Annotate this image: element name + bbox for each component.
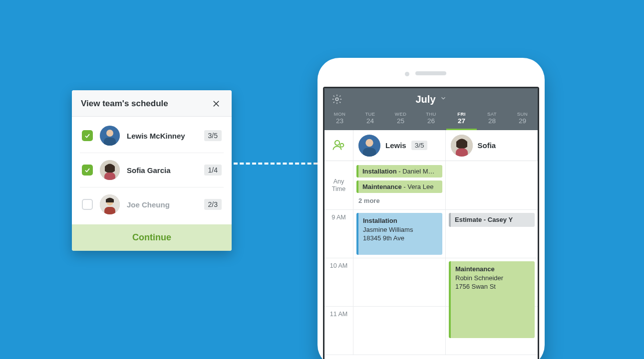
anytime-event[interactable]: Installation - Daniel M…	[356, 165, 442, 178]
avatar	[451, 135, 473, 157]
cell-sofia-11am	[446, 307, 538, 355]
month-label: July	[415, 94, 435, 105]
connector-line	[234, 163, 318, 165]
member-ratio-badge: 2/3	[204, 199, 222, 210]
member-name: Lewis McKinney	[127, 132, 197, 140]
anytime-cell-lewis: Installation - Daniel M… Maintenance - V…	[353, 161, 446, 209]
phone-frame: July MON23 TUE24 WED25 THU26 FRI27 SAT28…	[318, 58, 545, 359]
team-schedule-dialog: View team's schedule Lewis McKinney 3/5 …	[72, 90, 232, 251]
close-button[interactable]	[210, 97, 223, 110]
anytime-event[interactable]: Maintenance - Vera Lee	[356, 180, 442, 193]
more-link[interactable]: 2 more	[356, 196, 382, 205]
day-thu[interactable]: THU26	[416, 109, 446, 130]
avatar	[100, 194, 120, 214]
row-11am: 11 AM	[324, 307, 538, 355]
chevron-down-icon	[440, 95, 447, 104]
svg-point-10	[334, 140, 339, 145]
dialog-title: View team's schedule	[81, 99, 168, 109]
month-selector[interactable]: July	[343, 94, 519, 105]
member-ratio-badge: 1/4	[204, 165, 222, 176]
member-list: Lewis McKinney 3/5 Sofia Garcia 1/4 Joe …	[72, 117, 232, 224]
row-9am: 9 AM Installation Jasmine Williams 18345…	[324, 210, 538, 258]
day-sun[interactable]: SUN29	[507, 109, 538, 130]
settings-button[interactable]	[330, 93, 343, 106]
svg-point-9	[335, 98, 338, 101]
avatar	[100, 126, 120, 146]
svg-point-11	[340, 143, 343, 147]
day-row: MON23 TUE24 WED25 THU26 FRI27 SAT28 SUN2…	[324, 109, 538, 130]
member-ratio-badge: 3/5	[204, 130, 222, 141]
svg-rect-14	[363, 148, 376, 157]
anytime-label: AnyTime	[324, 161, 353, 209]
people-header-row: Lewis 3/5 Sofia	[324, 130, 538, 161]
svg-rect-2	[104, 138, 116, 146]
checkbox-checked[interactable]	[82, 130, 93, 141]
time-label-11am: 11 AM	[324, 307, 353, 355]
member-row[interactable]: Sofia Garcia 1/4	[80, 153, 224, 187]
event-estimate[interactable]: Estimate - Casey Y	[449, 213, 535, 227]
check-icon	[84, 132, 91, 139]
member-row[interactable]: Lewis McKinney 3/5	[80, 119, 224, 153]
checkbox-checked[interactable]	[82, 165, 93, 176]
avatar	[100, 160, 120, 180]
dialog-header: View team's schedule	[72, 90, 232, 117]
day-fri[interactable]: FRI27	[446, 109, 477, 130]
svg-point-1	[106, 130, 113, 137]
check-icon	[84, 167, 91, 174]
member-row[interactable]: Joe Cheung 2/3	[80, 187, 224, 221]
cell-sofia-9am: Estimate - Casey Y	[446, 210, 538, 258]
checkbox-unchecked[interactable]	[82, 199, 93, 210]
people-icon-cell[interactable]	[324, 130, 353, 161]
member-name: Joe Cheung	[127, 200, 197, 209]
day-wed[interactable]: WED25	[385, 109, 416, 130]
person-column-lewis[interactable]: Lewis 3/5	[353, 130, 446, 161]
person-ratio-badge: 3/5	[411, 141, 428, 150]
continue-button[interactable]: Continue	[72, 224, 232, 251]
avatar	[358, 135, 380, 157]
time-label-9am: 9 AM	[324, 210, 353, 258]
person-name: Lewis	[385, 141, 406, 150]
member-name: Sofia Garcia	[127, 166, 197, 175]
person-column-sofia[interactable]: Sofia	[446, 130, 538, 161]
day-sat[interactable]: SAT28	[477, 109, 507, 130]
svg-rect-5	[104, 173, 115, 180]
day-mon[interactable]: MON23	[324, 109, 355, 130]
time-label-10am: 10 AM	[324, 258, 353, 306]
cell-lewis-9am: Installation Jasmine Williams 18345 9th …	[353, 210, 446, 258]
cell-lewis-11am	[353, 307, 446, 355]
event-installation[interactable]: Installation Jasmine Williams 18345 9th …	[356, 213, 442, 255]
svg-rect-17	[455, 148, 467, 157]
calendar-header: July MON23 TUE24 WED25 THU26 FRI27 SAT28…	[324, 88, 538, 130]
close-icon	[212, 99, 221, 108]
row-10am: 10 AM Maintenance Robin Schneider 1756 S…	[324, 258, 538, 307]
calendar-body[interactable]: AnyTime Installation - Daniel M… Mainten…	[324, 161, 538, 359]
anytime-row: AnyTime Installation - Daniel M… Mainten…	[324, 161, 538, 210]
anytime-cell-sofia	[446, 161, 538, 209]
svg-rect-8	[104, 207, 115, 214]
cell-sofia-10am: Maintenance Robin Schneider 1756 Swan St	[446, 258, 538, 306]
person-name: Sofia	[478, 141, 496, 150]
svg-point-13	[365, 139, 373, 146]
people-icon	[332, 138, 346, 154]
cell-lewis-10am	[353, 258, 446, 306]
gear-icon	[331, 94, 342, 105]
day-tue[interactable]: TUE24	[355, 109, 385, 130]
phone-screen: July MON23 TUE24 WED25 THU26 FRI27 SAT28…	[323, 87, 539, 359]
